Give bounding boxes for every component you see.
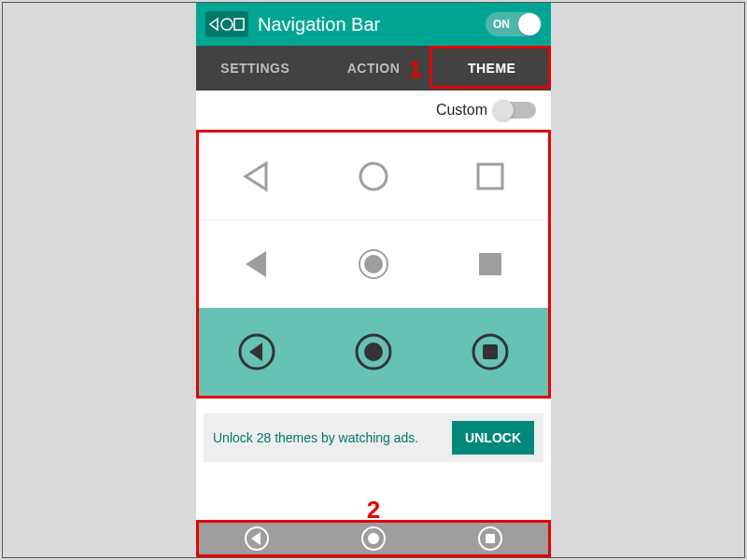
svg-rect-15	[483, 344, 498, 359]
svg-point-4	[360, 163, 387, 189]
svg-point-8	[364, 255, 383, 273]
theme-row-outline[interactable]	[199, 133, 548, 220]
custom-toggle-knob	[493, 100, 514, 120]
tab-action[interactable]: ACTION	[315, 46, 433, 91]
outer-frame: Navigation Bar ON SETTINGS ACTION THEME …	[2, 2, 745, 558]
back-outline-icon	[238, 158, 275, 195]
recent-outline-icon	[472, 158, 509, 195]
theme-grid	[196, 130, 551, 399]
svg-point-13	[364, 343, 383, 361]
svg-rect-21	[486, 534, 495, 543]
nav-glyphs-icon	[208, 17, 246, 32]
sys-back-icon[interactable]	[243, 525, 271, 553]
system-navbar	[196, 520, 551, 557]
recent-filled-icon	[472, 245, 509, 283]
svg-point-19	[368, 533, 379, 544]
navbar-app-icon	[205, 11, 248, 37]
home-filled-icon	[355, 245, 392, 283]
back-circled-icon	[236, 331, 277, 372]
toggle-knob	[518, 13, 541, 35]
home-circled-icon	[353, 331, 394, 372]
tab-theme[interactable]: THEME	[432, 46, 551, 91]
svg-marker-6	[246, 251, 266, 277]
toggle-label: ON	[493, 18, 510, 31]
app-title: Navigation Bar	[258, 14, 486, 35]
sys-home-icon[interactable]	[359, 525, 388, 553]
svg-marker-3	[246, 163, 266, 189]
theme-row-filled[interactable]	[199, 220, 548, 308]
svg-marker-0	[210, 19, 218, 30]
app-header: Navigation Bar ON	[196, 3, 551, 46]
theme-row-circled[interactable]	[199, 308, 548, 396]
master-toggle[interactable]: ON	[486, 12, 542, 36]
custom-row: Custom	[196, 91, 551, 130]
app-screen: Navigation Bar ON SETTINGS ACTION THEME …	[196, 3, 551, 557]
custom-toggle[interactable]	[495, 102, 536, 119]
svg-rect-2	[234, 19, 244, 30]
custom-label: Custom	[436, 102, 487, 119]
tab-bar: SETTINGS ACTION THEME 1	[196, 46, 551, 91]
svg-rect-9	[479, 253, 501, 275]
back-filled-icon	[238, 245, 275, 283]
tab-settings[interactable]: SETTINGS	[196, 46, 315, 91]
unlock-button[interactable]: UNLOCK	[452, 421, 534, 455]
svg-rect-5	[478, 164, 502, 189]
sys-recent-icon[interactable]	[476, 525, 504, 553]
svg-marker-17	[251, 532, 261, 545]
unlock-text: Unlock 28 themes by watching ads.	[213, 430, 452, 445]
recent-circled-icon	[470, 331, 511, 372]
svg-marker-11	[249, 343, 262, 361]
unlock-bar: Unlock 28 themes by watching ads. UNLOCK	[204, 413, 543, 462]
svg-point-1	[221, 19, 233, 30]
home-outline-icon	[355, 158, 392, 195]
